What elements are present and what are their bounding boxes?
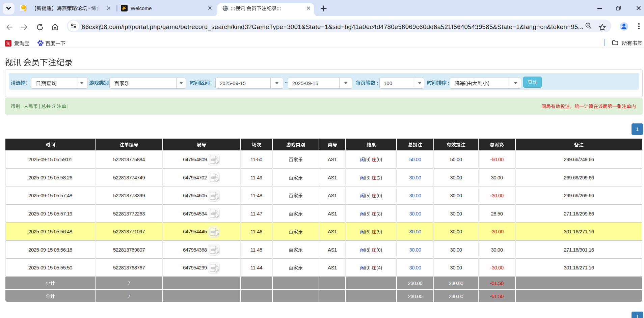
svg-text:du: du xyxy=(39,44,42,46)
